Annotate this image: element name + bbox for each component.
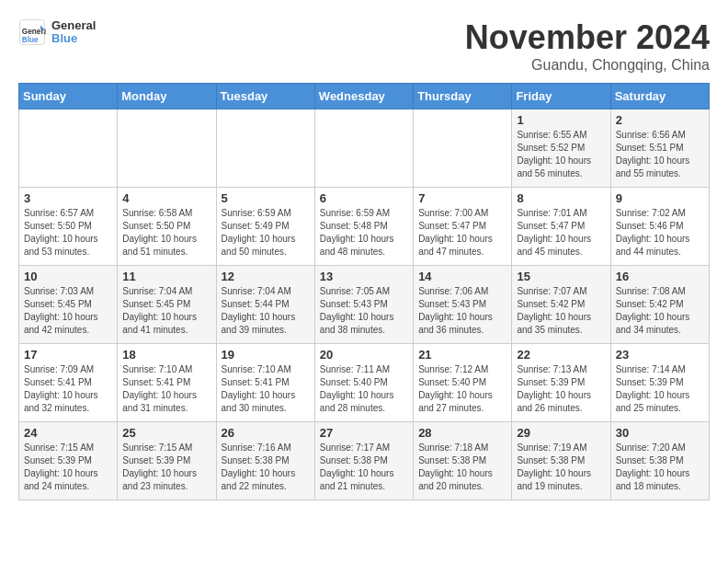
day-number: 17 [24, 348, 112, 362]
svg-text:Blue: Blue [22, 36, 39, 44]
logo-general: General [51, 19, 96, 32]
day-info: Sunrise: 7:02 AM Sunset: 5:46 PM Dayligh… [616, 207, 704, 259]
day-info: Sunrise: 7:07 AM Sunset: 5:42 PM Dayligh… [517, 285, 605, 337]
day-cell: 10Sunrise: 7:03 AM Sunset: 5:45 PM Dayli… [19, 266, 118, 344]
day-number: 23 [616, 348, 704, 362]
week-row-2: 3Sunrise: 6:57 AM Sunset: 5:50 PM Daylig… [19, 188, 710, 266]
day-number: 25 [122, 426, 210, 440]
day-cell: 16Sunrise: 7:08 AM Sunset: 5:42 PM Dayli… [610, 266, 709, 344]
day-info: Sunrise: 7:08 AM Sunset: 5:42 PM Dayligh… [616, 285, 704, 337]
day-info: Sunrise: 7:03 AM Sunset: 5:45 PM Dayligh… [24, 285, 112, 337]
logo: General Blue General Blue [18, 18, 96, 46]
day-number: 3 [24, 191, 112, 205]
day-info: Sunrise: 7:12 AM Sunset: 5:40 PM Dayligh… [418, 363, 506, 415]
header-cell-sunday: Sunday [19, 84, 118, 109]
day-cell: 26Sunrise: 7:16 AM Sunset: 5:38 PM Dayli… [216, 422, 314, 500]
day-cell: 24Sunrise: 7:15 AM Sunset: 5:39 PM Dayli… [19, 422, 118, 500]
logo-icon: General Blue [18, 18, 46, 46]
day-number: 30 [616, 426, 704, 440]
day-cell: 4Sunrise: 6:58 AM Sunset: 5:50 PM Daylig… [118, 188, 216, 266]
day-info: Sunrise: 7:19 AM Sunset: 5:38 PM Dayligh… [517, 442, 605, 493]
day-number: 16 [616, 270, 704, 283]
day-info: Sunrise: 7:01 AM Sunset: 5:47 PM Dayligh… [517, 207, 605, 259]
day-number: 6 [320, 191, 408, 205]
day-number: 10 [24, 270, 112, 283]
day-info: Sunrise: 7:15 AM Sunset: 5:39 PM Dayligh… [24, 442, 112, 493]
day-number: 5 [222, 191, 310, 205]
day-cell: 19Sunrise: 7:10 AM Sunset: 5:41 PM Dayli… [216, 344, 314, 422]
day-number: 21 [418, 348, 506, 362]
calendar-header: SundayMondayTuesdayWednesdayThursdayFrid… [19, 84, 710, 109]
day-number: 7 [418, 191, 506, 205]
day-info: Sunrise: 7:13 AM Sunset: 5:39 PM Dayligh… [517, 363, 605, 415]
week-row-4: 17Sunrise: 7:09 AM Sunset: 5:41 PM Dayli… [19, 344, 710, 422]
calendar-title: November 2024 [465, 18, 710, 57]
day-cell: 20Sunrise: 7:11 AM Sunset: 5:40 PM Dayli… [314, 344, 413, 422]
day-info: Sunrise: 7:09 AM Sunset: 5:41 PM Dayligh… [24, 363, 112, 415]
day-info: Sunrise: 7:04 AM Sunset: 5:45 PM Dayligh… [122, 285, 210, 337]
day-number: 14 [418, 270, 506, 283]
day-cell: 8Sunrise: 7:01 AM Sunset: 5:47 PM Daylig… [512, 188, 610, 266]
day-cell: 11Sunrise: 7:04 AM Sunset: 5:45 PM Dayli… [118, 266, 216, 344]
day-cell: 30Sunrise: 7:20 AM Sunset: 5:38 PM Dayli… [610, 422, 709, 500]
day-number: 22 [517, 348, 605, 362]
day-number: 27 [320, 426, 408, 440]
day-cell: 7Sunrise: 7:00 AM Sunset: 5:47 PM Daylig… [414, 188, 512, 266]
day-number: 19 [222, 348, 310, 362]
calendar-subtitle: Guandu, Chongqing, China [465, 57, 710, 74]
day-number: 13 [320, 270, 408, 283]
calendar-body: 1Sunrise: 6:55 AM Sunset: 5:52 PM Daylig… [19, 109, 710, 500]
day-cell [118, 109, 216, 188]
day-cell: 15Sunrise: 7:07 AM Sunset: 5:42 PM Dayli… [512, 266, 610, 344]
day-info: Sunrise: 7:00 AM Sunset: 5:47 PM Dayligh… [418, 207, 506, 259]
day-cell: 5Sunrise: 6:59 AM Sunset: 5:49 PM Daylig… [216, 188, 314, 266]
day-info: Sunrise: 7:05 AM Sunset: 5:43 PM Dayligh… [320, 285, 408, 337]
day-info: Sunrise: 7:14 AM Sunset: 5:39 PM Dayligh… [616, 363, 704, 415]
day-cell: 12Sunrise: 7:04 AM Sunset: 5:44 PM Dayli… [216, 266, 314, 344]
header-cell-thursday: Thursday [414, 84, 512, 109]
day-number: 2 [616, 113, 704, 127]
header-row: SundayMondayTuesdayWednesdayThursdayFrid… [19, 84, 710, 109]
day-number: 1 [517, 113, 605, 127]
title-section: November 2024 Guandu, Chongqing, China [465, 18, 710, 74]
day-cell: 27Sunrise: 7:17 AM Sunset: 5:38 PM Dayli… [314, 422, 413, 500]
day-number: 15 [517, 270, 605, 283]
week-row-3: 10Sunrise: 7:03 AM Sunset: 5:45 PM Dayli… [19, 266, 710, 344]
day-cell: 23Sunrise: 7:14 AM Sunset: 5:39 PM Dayli… [610, 344, 709, 422]
day-cell: 3Sunrise: 6:57 AM Sunset: 5:50 PM Daylig… [19, 188, 118, 266]
day-info: Sunrise: 6:58 AM Sunset: 5:50 PM Dayligh… [122, 207, 210, 259]
day-cell [414, 109, 512, 188]
day-cell: 6Sunrise: 6:59 AM Sunset: 5:48 PM Daylig… [314, 188, 413, 266]
day-info: Sunrise: 7:16 AM Sunset: 5:38 PM Dayligh… [222, 442, 310, 493]
day-info: Sunrise: 7:20 AM Sunset: 5:38 PM Dayligh… [616, 442, 704, 493]
day-info: Sunrise: 7:04 AM Sunset: 5:44 PM Dayligh… [222, 285, 310, 337]
day-number: 29 [517, 426, 605, 440]
day-cell: 13Sunrise: 7:05 AM Sunset: 5:43 PM Dayli… [314, 266, 413, 344]
day-number: 20 [320, 348, 408, 362]
day-info: Sunrise: 7:15 AM Sunset: 5:39 PM Dayligh… [122, 442, 210, 493]
day-cell: 17Sunrise: 7:09 AM Sunset: 5:41 PM Dayli… [19, 344, 118, 422]
day-info: Sunrise: 6:59 AM Sunset: 5:48 PM Dayligh… [320, 207, 408, 259]
day-info: Sunrise: 6:57 AM Sunset: 5:50 PM Dayligh… [24, 207, 112, 259]
day-cell: 28Sunrise: 7:18 AM Sunset: 5:38 PM Dayli… [414, 422, 512, 500]
day-cell [314, 109, 413, 188]
day-cell [19, 109, 118, 188]
header-cell-monday: Monday [118, 84, 216, 109]
day-cell: 22Sunrise: 7:13 AM Sunset: 5:39 PM Dayli… [512, 344, 610, 422]
day-cell: 25Sunrise: 7:15 AM Sunset: 5:39 PM Dayli… [118, 422, 216, 500]
day-cell: 2Sunrise: 6:56 AM Sunset: 5:51 PM Daylig… [610, 109, 709, 188]
header-cell-saturday: Saturday [610, 84, 709, 109]
calendar-table: SundayMondayTuesdayWednesdayThursdayFrid… [18, 83, 710, 500]
header-cell-friday: Friday [512, 84, 610, 109]
day-info: Sunrise: 7:10 AM Sunset: 5:41 PM Dayligh… [222, 363, 310, 415]
day-cell: 14Sunrise: 7:06 AM Sunset: 5:43 PM Dayli… [414, 266, 512, 344]
day-cell: 21Sunrise: 7:12 AM Sunset: 5:40 PM Dayli… [414, 344, 512, 422]
day-info: Sunrise: 6:55 AM Sunset: 5:52 PM Dayligh… [517, 129, 605, 180]
day-number: 18 [122, 348, 210, 362]
day-cell: 1Sunrise: 6:55 AM Sunset: 5:52 PM Daylig… [512, 109, 610, 188]
day-info: Sunrise: 6:59 AM Sunset: 5:49 PM Dayligh… [222, 207, 310, 259]
day-number: 8 [517, 191, 605, 205]
day-number: 9 [616, 191, 704, 205]
day-info: Sunrise: 7:10 AM Sunset: 5:41 PM Dayligh… [122, 363, 210, 415]
day-cell: 18Sunrise: 7:10 AM Sunset: 5:41 PM Dayli… [118, 344, 216, 422]
